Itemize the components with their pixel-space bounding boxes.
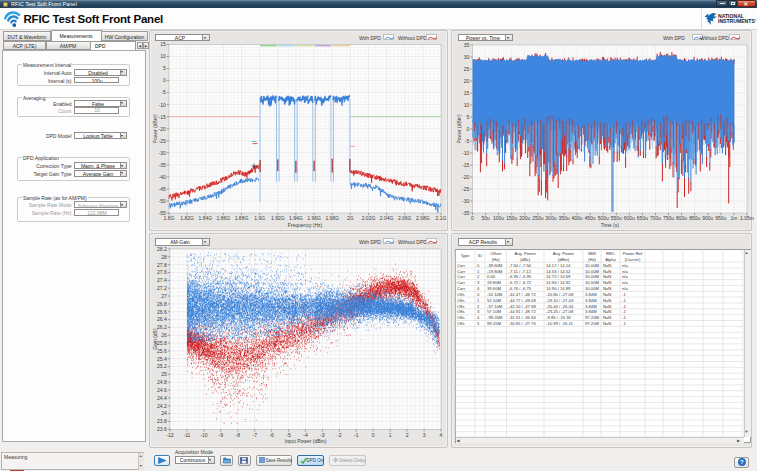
svg-text:-9.85 / -15.30: -9.85 / -15.30 <box>546 315 572 320</box>
svg-text:Power Ref: Power Ref <box>623 251 643 256</box>
svg-text:Carr: Carr <box>457 286 466 291</box>
svg-text:-42.47 / -48.72: -42.47 / -48.72 <box>509 292 537 297</box>
svg-text:-1: -1 <box>622 304 626 309</box>
svg-text:52.10M: 52.10M <box>487 298 501 303</box>
svg-text:-20.44 / -26.34: -20.44 / -26.34 <box>546 304 574 309</box>
svg-text:NaN: NaN <box>603 315 611 320</box>
svg-text:0.00: 0.00 <box>487 274 496 279</box>
svg-text:-7.50 / -7.50: -7.50 / -7.50 <box>509 263 532 268</box>
svg-text:-20.80 / -27.08: -20.80 / -27.08 <box>546 292 574 297</box>
svg-text:n/a: n/a <box>622 280 628 285</box>
svg-text:(dBc): (dBc) <box>520 257 531 262</box>
svg-text:0: 0 <box>477 292 480 297</box>
svg-text:n/a: n/a <box>622 263 628 268</box>
svg-text:Offs: Offs <box>457 292 465 297</box>
svg-text:-6.72 / -6.72: -6.72 / -6.72 <box>509 280 532 285</box>
svg-text:NaN: NaN <box>603 304 611 309</box>
svg-text:0: 0 <box>477 263 480 268</box>
svg-text:4: 4 <box>477 286 480 291</box>
svg-text:-42.10 / -47.98: -42.10 / -47.98 <box>509 304 537 309</box>
svg-text:-6.76 / -6.75: -6.76 / -6.75 <box>509 286 532 291</box>
svg-text:n/a: n/a <box>622 286 628 291</box>
svg-text:Alpha: Alpha <box>605 257 616 262</box>
svg-text:97.20M: 97.20M <box>585 321 599 326</box>
svg-text:RRC: RRC <box>606 251 615 256</box>
svg-text:Carr: Carr <box>457 263 466 268</box>
svg-text:Carr: Carr <box>457 280 466 285</box>
svg-text:5: 5 <box>477 321 480 326</box>
svg-text:-1: -1 <box>622 321 626 326</box>
svg-text:-23.10 / -27.43: -23.10 / -27.43 <box>546 298 574 303</box>
svg-text:Offs: Offs <box>457 309 465 314</box>
svg-text:ID: ID <box>478 253 482 258</box>
svg-text:-6.95 / -6.95: -6.95 / -6.95 <box>509 274 532 279</box>
svg-text:Avg. Power: Avg. Power <box>515 251 537 256</box>
svg-text:Offs: Offs <box>457 304 465 309</box>
svg-text:3: 3 <box>477 309 480 314</box>
svg-text:14.90 / 14.89: 14.90 / 14.89 <box>546 286 571 291</box>
svg-text:NaN: NaN <box>603 292 611 297</box>
svg-text:10.00M: 10.00M <box>585 269 599 274</box>
svg-text:14.94 / 14.92: 14.94 / 14.92 <box>546 280 571 285</box>
svg-text:4: 4 <box>477 315 480 320</box>
svg-text:NaN: NaN <box>603 298 611 303</box>
svg-text:-44.91 / -48.72: -44.91 / -48.72 <box>509 309 537 314</box>
svg-text:1: 1 <box>477 269 480 274</box>
svg-text:NaN: NaN <box>603 269 611 274</box>
svg-text:14.17 / 14.14: 14.17 / 14.14 <box>546 263 571 268</box>
svg-text:n/a: n/a <box>622 274 628 279</box>
svg-text:Offs: Offs <box>457 315 465 320</box>
svg-text:(Hz): (Hz) <box>492 257 501 262</box>
svg-text:-10.99 / -16.11: -10.99 / -16.11 <box>546 321 574 326</box>
svg-text:10.00M: 10.00M <box>585 274 599 279</box>
svg-text:19.80M: 19.80M <box>487 280 501 285</box>
svg-text:3: 3 <box>477 280 480 285</box>
svg-text:-30.65 / -37.76: -30.65 / -37.76 <box>509 321 537 326</box>
svg-text:NaN: NaN <box>603 263 611 268</box>
svg-text:NaN: NaN <box>603 280 611 285</box>
svg-text:-1: -1 <box>622 315 626 320</box>
svg-text:NaN: NaN <box>603 274 611 279</box>
svg-text:-52.10M: -52.10M <box>487 292 503 297</box>
svg-text:-23.25 / -27.08: -23.25 / -27.08 <box>546 309 574 314</box>
svg-text:Carr: Carr <box>457 274 466 279</box>
svg-text:Offset: Offset <box>490 251 502 256</box>
svg-text:IBW: IBW <box>588 251 596 256</box>
svg-text:10.00M: 10.00M <box>585 286 599 291</box>
svg-text:99.20M: 99.20M <box>487 321 501 326</box>
svg-text:NaN: NaN <box>603 286 611 291</box>
svg-text:-1: -1 <box>622 309 626 314</box>
svg-text:NaN: NaN <box>603 321 611 326</box>
svg-text:(dBm): (dBm) <box>558 257 570 262</box>
svg-text:-7.11 / -7.12: -7.11 / -7.12 <box>509 269 532 274</box>
svg-text:-1: -1 <box>622 292 626 297</box>
svg-text:10.00M: 10.00M <box>585 263 599 268</box>
svg-text:Carr: Carr <box>457 269 466 274</box>
svg-text:Avg. Power: Avg. Power <box>553 251 575 256</box>
svg-text:NaN: NaN <box>603 309 611 314</box>
svg-text:97.20M: 97.20M <box>585 315 599 320</box>
svg-text:-57.10M: -57.10M <box>487 304 503 309</box>
svg-text:Offs: Offs <box>457 321 465 326</box>
svg-text:2: 2 <box>477 304 480 309</box>
svg-text:Type: Type <box>460 253 470 258</box>
svg-text:10.00M: 10.00M <box>585 280 599 285</box>
svg-text:(Carrier): (Carrier) <box>625 257 641 262</box>
svg-text:57.10M: 57.10M <box>487 309 501 314</box>
svg-text:n/a: n/a <box>622 269 628 274</box>
svg-text:3.84M: 3.84M <box>585 304 597 309</box>
svg-text:-1: -1 <box>622 298 626 303</box>
svg-text:3.84M: 3.84M <box>585 292 597 297</box>
svg-text:1: 1 <box>477 298 480 303</box>
svg-text:-19.80M: -19.80M <box>487 269 503 274</box>
svg-text:3.84M: 3.84M <box>585 309 597 314</box>
svg-text:-44.77 / -49.08: -44.77 / -49.08 <box>509 298 537 303</box>
svg-text:14.55 / 14.52: 14.55 / 14.52 <box>546 269 571 274</box>
svg-text:2: 2 <box>477 274 480 279</box>
svg-text:3.84M: 3.84M <box>585 298 597 303</box>
svg-text:Offs: Offs <box>457 298 465 303</box>
svg-text:-39.60M: -39.60M <box>487 263 503 268</box>
svg-text:-99.20M: -99.20M <box>487 315 503 320</box>
svg-text:(Hz): (Hz) <box>588 257 597 262</box>
svg-text:14.72 / 14.69: 14.72 / 14.69 <box>546 274 571 279</box>
